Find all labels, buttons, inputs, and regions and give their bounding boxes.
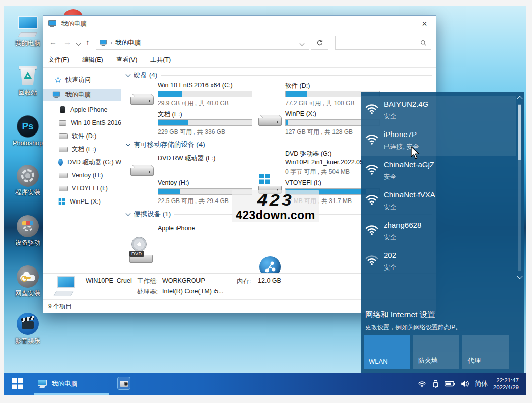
desktop-icon-photoshop[interactable]: Ps Photoshop [8, 115, 48, 147]
clock-time: 22:21:47 [493, 377, 519, 384]
menu-bar: 文件(F) 编辑(E) 查看(V) 工具(T) [43, 53, 436, 68]
firewall-button[interactable]: 防火墙 [413, 335, 459, 369]
breadcrumb[interactable]: 我的电脑 [115, 39, 141, 47]
computer-icon [16, 15, 39, 38]
cpu-value: Intel(R) Core(TM) i5... [162, 288, 224, 295]
tray-volume-icon[interactable] [460, 380, 470, 388]
drive-size: 0 字节 可用 , 共 504 MB [285, 168, 350, 176]
desktop-icon-label: 网盘安装 [15, 290, 40, 297]
wlan-toggle-button[interactable]: WLAN [364, 335, 410, 369]
wifi-network-item[interactable]: iPhone7P 已连接, 安全 [361, 126, 516, 156]
tray-clock[interactable]: 22:21:47 2022/4/29 [493, 377, 519, 391]
nav-drive-d[interactable]: 软件 (D:) [43, 130, 121, 142]
hdd-icon [59, 133, 68, 139]
button-label: WLAN [369, 358, 388, 365]
tray-wifi-icon[interactable] [418, 380, 426, 388]
computer-icon [53, 91, 61, 98]
search-box[interactable] [335, 36, 431, 50]
nav-drive-h[interactable]: Ventoy (H:) [43, 169, 121, 181]
maximize-button[interactable] [390, 16, 413, 32]
tray-usb-eject-icon[interactable] [431, 380, 440, 388]
minimize-icon [377, 24, 382, 24]
wifi-network-item[interactable]: 202 安全 [361, 247, 516, 277]
nav-drive-e[interactable]: 文档 (E:) [43, 143, 121, 155]
phone-icon [60, 106, 65, 113]
drive-size: 22.5 GB 可用 , 共 29.4 GB [158, 197, 229, 206]
refresh-button[interactable] [311, 36, 328, 50]
wifi-status: 安全 [384, 203, 396, 212]
nav-drive-i[interactable]: VTOYEFI (I:) [43, 182, 121, 194]
taskbar-app-label: 我的电脑 [52, 380, 77, 388]
desktop-icon-label: 影音娱乐 [15, 338, 40, 345]
desktop-icon-media-entertainment[interactable]: 影音娱乐 [8, 312, 48, 345]
search-icon [420, 40, 427, 46]
address-dropdown-icon[interactable] [300, 41, 305, 46]
desktop-icon-netdisk-install[interactable]: 网盘安装 [8, 265, 48, 297]
hdd-icon [258, 106, 283, 127]
button-label: 防火墙 [418, 356, 438, 365]
breadcrumb-separator: › [110, 39, 112, 46]
wifi-network-item[interactable]: ChinaNet-aGjZ 安全 [361, 156, 516, 186]
group-header-harddisks[interactable]: 硬盘 (4) [126, 71, 432, 80]
search-input[interactable] [339, 37, 419, 49]
hdd-icon [59, 120, 66, 126]
menu-file[interactable]: 文件(F) [48, 56, 69, 64]
pc-breadcrumb-icon [100, 40, 107, 46]
address-bar[interactable]: › 我的电脑 [96, 36, 309, 50]
desktop-icon-device-driver[interactable]: 设备驱动 [8, 215, 48, 247]
forward-button[interactable]: → [63, 37, 71, 47]
wifi-icon [365, 132, 379, 146]
network-settings-link[interactable]: 网络和 Internet 设置 [365, 310, 435, 320]
nav-drive-g[interactable]: DVD 驱动器 (G:) W [43, 156, 121, 168]
screenshot-tool-button[interactable] [117, 377, 130, 390]
proxy-button[interactable]: 代理 [462, 335, 509, 369]
wifi-status: 安全 [384, 173, 396, 181]
tray-battery-icon[interactable] [445, 380, 455, 387]
scrollbar-thumb[interactable] [518, 105, 521, 160]
scroll-down-icon[interactable] [517, 273, 522, 279]
back-button[interactable]: ← [49, 37, 57, 47]
taskbar-app-my-computer[interactable]: 我的电脑 [34, 373, 109, 395]
menu-view[interactable]: 查看(V) [116, 56, 138, 64]
button-label: 代理 [468, 356, 481, 365]
hdd-icon [59, 146, 68, 152]
wifi-icon [365, 162, 379, 176]
desktop-icon-recycle-bin[interactable]: 回收站 [8, 64, 48, 97]
nav-label: DVD 驱动器 (G:) W [67, 158, 121, 167]
nav-quick-access[interactable]: 快速访问 [43, 74, 121, 86]
wifi-network-item[interactable]: zhang6628 安全 [361, 217, 516, 247]
nav-apple-iphone[interactable]: Apple iPhone [43, 104, 121, 116]
hdd-icon [130, 85, 155, 106]
hdd-icon [59, 172, 68, 178]
close-button[interactable]: × [413, 16, 436, 32]
wifi-network-item[interactable]: BAIYUN2.4G 安全 [361, 96, 516, 126]
drive-size: 29.9 GB 可用 , 共 40.0 GB [158, 99, 229, 108]
memory-label: 内存: [237, 277, 251, 286]
title-bar[interactable]: 我的电脑 × [43, 16, 436, 32]
ime-indicator[interactable]: 简体 [475, 379, 488, 388]
wifi-icon [365, 253, 379, 267]
start-button[interactable] [12, 378, 23, 389]
nav-drive-c[interactable]: Win 10 EntS 2016 [43, 117, 121, 129]
up-button[interactable]: ↑ [86, 37, 90, 47]
wifi-status: 安全 [384, 233, 396, 242]
menu-edit[interactable]: 编辑(E) [82, 56, 103, 64]
wifi-network-item[interactable]: ChinaNet-fVXA 安全 [361, 186, 516, 217]
minimize-button[interactable] [368, 16, 390, 32]
dvd-drive-icon: DVD [129, 243, 154, 264]
drive-size: 127 GB 可用 , 共 128 GB [285, 128, 353, 137]
wifi-list-scrollbar[interactable] [517, 96, 523, 279]
history-dropdown-icon[interactable] [76, 41, 81, 46]
nav-this-pc[interactable]: 我的电脑 [43, 89, 121, 101]
desktop-icon-my-computer[interactable]: 我的电脑 [8, 15, 48, 47]
cpu-label: 处理器: [137, 288, 158, 296]
clock-date: 2022/4/29 [493, 384, 519, 391]
scroll-up-icon[interactable] [517, 96, 522, 101]
menu-tools[interactable]: 工具(T) [150, 56, 171, 64]
watermark-url: 423down.com [236, 210, 315, 221]
window-icon [48, 20, 57, 28]
nav-drive-x[interactable]: WinPE (X:) [43, 195, 121, 208]
star-icon [54, 76, 62, 84]
nav-label: WinPE (X:) [70, 198, 101, 205]
desktop-icon-program-install[interactable]: 程序安装 [8, 164, 48, 196]
